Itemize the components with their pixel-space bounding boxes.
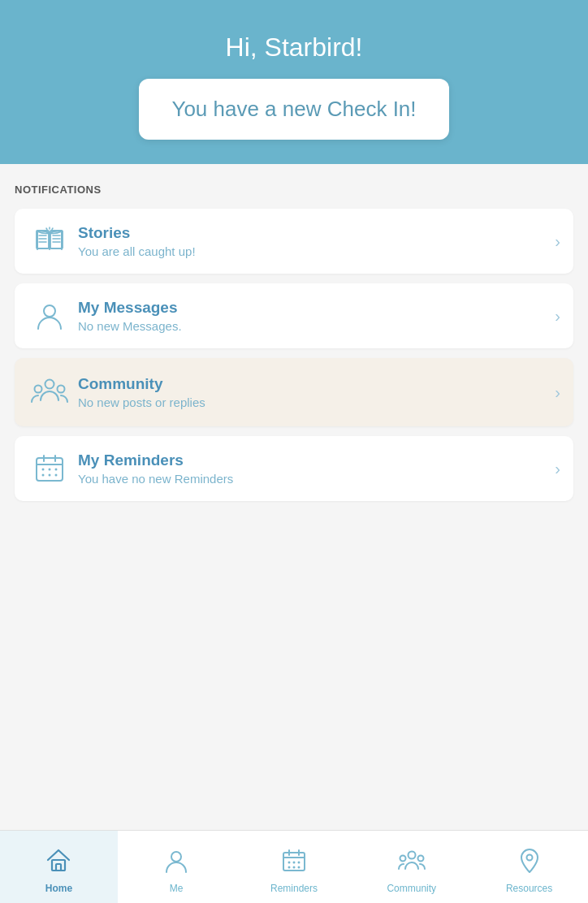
nav-community[interactable]: Community <box>352 831 470 903</box>
svg-line-9 <box>46 228 47 230</box>
nav-home[interactable]: Home <box>0 831 118 903</box>
svg-point-19 <box>42 469 45 471</box>
messages-title: My Messages <box>78 299 555 317</box>
community-chevron: › <box>555 383 560 402</box>
stories-chevron: › <box>555 232 560 251</box>
reminders-title: My Reminders <box>78 451 555 469</box>
svg-point-34 <box>297 862 300 864</box>
stories-subtitle: You are all caught up! <box>78 244 555 258</box>
svg-point-11 <box>44 305 55 317</box>
stories-title: Stories <box>78 224 555 242</box>
community-icon <box>28 373 71 412</box>
community-title: Community <box>78 375 555 393</box>
checkin-text: You have a new Check In! <box>171 97 416 122</box>
svg-point-41 <box>526 855 532 861</box>
community-nav-icon <box>397 846 426 879</box>
nav-home-label: Home <box>45 883 72 894</box>
messages-notification[interactable]: My Messages No new Messages. › <box>15 283 573 348</box>
svg-rect-25 <box>52 860 65 871</box>
home-icon <box>44 846 73 879</box>
person-icon <box>28 298 71 334</box>
nav-reminders-label: Reminders <box>270 883 318 894</box>
svg-point-22 <box>42 474 45 477</box>
reminders-chevron: › <box>555 460 560 478</box>
reminders-subtitle: You have no new Reminders <box>78 472 555 486</box>
svg-point-36 <box>292 866 295 869</box>
stories-content: Stories You are all caught up! <box>78 224 555 258</box>
svg-point-39 <box>400 856 405 862</box>
svg-point-23 <box>49 474 51 477</box>
svg-point-40 <box>417 856 423 862</box>
community-subtitle: No new posts or replies <box>78 395 555 409</box>
resources-icon <box>515 846 544 879</box>
reminders-nav-icon <box>279 846 309 879</box>
notifications-label: NOTIFICATIONS <box>15 184 573 196</box>
nav-resources[interactable]: Resources <box>470 831 588 903</box>
messages-content: My Messages No new Messages. <box>78 299 555 333</box>
svg-point-24 <box>55 474 58 477</box>
nav-reminders[interactable]: Reminders <box>236 831 353 903</box>
checkin-card[interactable]: You have a new Check In! <box>139 79 448 140</box>
svg-point-13 <box>35 386 42 393</box>
reminders-notification[interactable]: My Reminders You have no new Reminders › <box>15 436 573 501</box>
messages-subtitle: No new Messages. <box>78 319 555 333</box>
stories-notification[interactable]: Stories You are all caught up! › <box>15 209 573 274</box>
notifications-section: NOTIFICATIONS <box>0 164 588 830</box>
greeting-text: Hi, Starbird! <box>226 32 363 63</box>
header: Hi, Starbird! You have a new Check In! <box>0 0 588 164</box>
reminders-content: My Reminders You have no new Reminders <box>78 451 555 486</box>
svg-point-27 <box>171 852 181 862</box>
svg-point-32 <box>288 862 290 864</box>
me-icon <box>162 846 191 879</box>
calendar-icon <box>28 451 71 486</box>
bottom-nav: Home Me Reminder <box>0 830 588 903</box>
svg-point-14 <box>58 386 65 393</box>
community-notification[interactable]: Community No new posts or replies › <box>15 358 573 426</box>
svg-point-33 <box>292 862 295 864</box>
nav-community-label: Community <box>387 883 436 894</box>
svg-point-20 <box>49 469 51 471</box>
svg-point-37 <box>297 866 300 869</box>
community-content: Community No new posts or replies <box>78 375 555 409</box>
svg-line-10 <box>52 228 53 230</box>
book-icon <box>28 223 71 259</box>
svg-point-12 <box>45 380 54 389</box>
nav-me-label: Me <box>170 883 184 894</box>
nav-me[interactable]: Me <box>118 831 236 903</box>
nav-resources-label: Resources <box>506 883 552 894</box>
svg-point-38 <box>408 852 415 859</box>
svg-point-35 <box>288 866 290 869</box>
messages-chevron: › <box>555 307 560 326</box>
svg-rect-26 <box>56 864 61 871</box>
svg-point-21 <box>55 469 58 471</box>
